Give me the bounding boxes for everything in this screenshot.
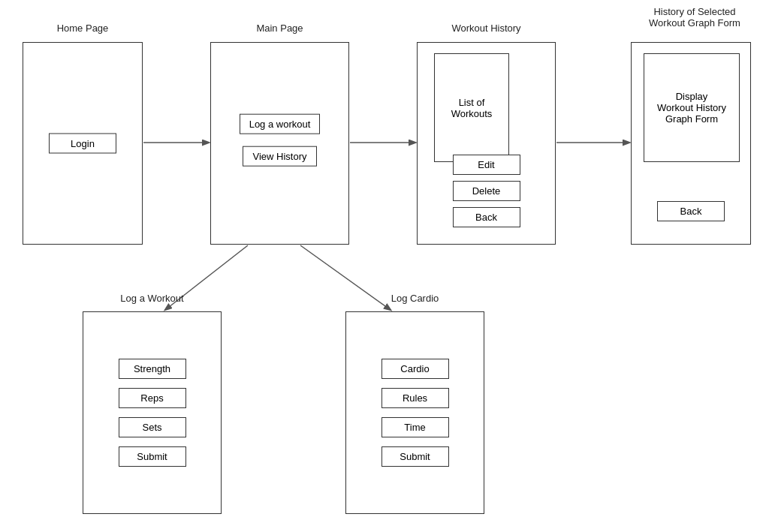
log-cardio-box: Cardio Rules Time Submit [345, 311, 484, 514]
home-page-box: Login [23, 42, 143, 245]
log-workout-submit-button[interactable]: Submit [119, 446, 186, 467]
main-page-label: Main Page [210, 23, 349, 34]
home-page-label: Home Page [23, 23, 143, 34]
log-workout-label: Log a Workout [83, 293, 222, 304]
cardio-button[interactable]: Cardio [381, 359, 449, 379]
log-a-workout-button[interactable]: Log a workout [240, 114, 321, 134]
history-graph-box: DisplayWorkout HistoryGraph Form Back [631, 42, 751, 245]
history-graph-label: History of SelectedWorkout Graph Form [631, 6, 758, 29]
edit-button[interactable]: Edit [453, 155, 520, 175]
workout-history-label: Workout History [417, 23, 556, 34]
list-of-workouts-inner-box: List ofWorkouts [434, 53, 509, 162]
log-cardio-label: Log Cardio [345, 293, 484, 304]
delete-button[interactable]: Delete [453, 181, 520, 201]
sets-button[interactable]: Sets [119, 417, 186, 437]
view-history-button[interactable]: View History [243, 146, 316, 167]
log-cardio-submit-button[interactable]: Submit [381, 446, 449, 467]
reps-button[interactable]: Reps [119, 388, 186, 408]
strength-button[interactable]: Strength [119, 359, 186, 379]
log-workout-box: Strength Reps Sets Submit [83, 311, 222, 514]
rules-button[interactable]: Rules [381, 388, 449, 408]
main-page-box: Log a workout View History [210, 42, 349, 245]
workout-history-box: List ofWorkouts Edit Delete Back [417, 42, 556, 245]
login-button[interactable]: Login [49, 134, 116, 154]
display-workout-history-inner-box: DisplayWorkout HistoryGraph Form [644, 53, 740, 162]
time-button[interactable]: Time [381, 417, 449, 437]
list-of-workouts-label: List ofWorkouts [451, 97, 493, 119]
diagram: Home Page Login Main Page Log a workout … [0, 0, 769, 532]
history-graph-back-button[interactable]: Back [657, 201, 725, 221]
display-workout-history-label: DisplayWorkout HistoryGraph Form [657, 91, 726, 125]
workout-history-back-button[interactable]: Back [453, 207, 520, 227]
